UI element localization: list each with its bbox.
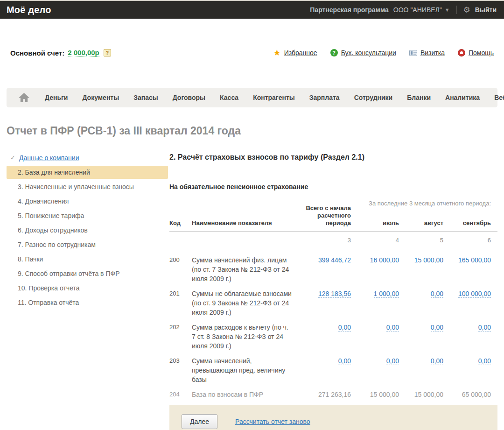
sidebar-step-label: 3. Начисленные и уплаченные взносы	[18, 183, 134, 190]
row-value-cell: 0,00	[299, 356, 351, 366]
sidebar-step[interactable]: 7. Разнос по сотрудникам	[7, 238, 168, 251]
value-link[interactable]: 0,00	[431, 324, 443, 331]
nav-item[interactable]: Аналитика	[445, 94, 480, 101]
quicklink-label[interactable]: Визитка	[420, 49, 445, 56]
column-numbers-row: 3456	[169, 237, 497, 244]
chevron-down-icon: ▼	[445, 7, 450, 13]
value-link[interactable]: 0,00	[338, 324, 351, 331]
nav-item[interactable]: Зарплата	[309, 94, 340, 101]
balance-value-link[interactable]: 2 000,00р	[68, 49, 99, 57]
quicklink-label[interactable]: Бух. консультации	[341, 49, 396, 56]
quicklink-label[interactable]: Помощь	[469, 49, 494, 56]
column-number: 4	[351, 237, 399, 244]
value-link[interactable]: 15 000,00	[414, 256, 443, 264]
nav-item[interactable]: Запасы	[133, 94, 158, 101]
value-link[interactable]: 0,00	[478, 324, 491, 331]
row-name: База по взносам в ПФР	[192, 390, 299, 399]
row-value-cell: 271 263,16	[299, 390, 351, 399]
row-code: 203	[169, 356, 192, 366]
chat-question-icon: ?	[330, 49, 338, 56]
logout-link[interactable]: Выйти	[475, 6, 497, 14]
quicklink-help[interactable]: Помощь	[458, 49, 494, 56]
balance-help-icon[interactable]: ?	[104, 49, 111, 56]
gear-icon[interactable]: ⚙	[463, 6, 470, 14]
sidebar-step-link[interactable]: Данные о компании	[19, 154, 79, 162]
app-logo[interactable]: Моё дело	[7, 5, 51, 15]
sidebar-step[interactable]: 10. Проверка отчета	[7, 282, 168, 295]
value-link[interactable]: 16 000,00	[370, 256, 399, 264]
sidebar-step[interactable]: 8. Пачки	[7, 253, 168, 266]
quick-links: ★Избранное?Бух. консультацииВизиткаПомощ…	[273, 49, 494, 57]
nav-item[interactable]: Сотрудники	[354, 94, 393, 101]
sidebar-step-label: 7. Разнос по сотрудникам	[18, 241, 96, 248]
row-value-cell: 15 000,00	[399, 390, 443, 399]
row-value-cell: 0,00	[399, 289, 443, 298]
sidebar-step[interactable]: 6. Доходы сотрудников	[7, 224, 168, 237]
home-icon[interactable]	[19, 93, 29, 102]
quicklink-business-card[interactable]: Визитка	[409, 49, 445, 56]
page-title: Отчет в ПФР (РСВ-1) за III квартал 2014 …	[7, 125, 497, 137]
nav-item[interactable]: Вебинары	[494, 94, 504, 101]
sidebar-step[interactable]: 9. Способ отправки отчёта в ПФР	[7, 267, 168, 280]
nav-item[interactable]: Бланки	[407, 94, 431, 101]
row-value-cell: 16 000,00	[351, 255, 399, 265]
table-row: 204База по взносам в ПФР271 263,1615 000…	[169, 390, 497, 399]
row-value-cell: 399 446,72	[299, 255, 351, 265]
value-link[interactable]: 0,00	[386, 357, 399, 365]
value-link[interactable]: 128 183,56	[318, 290, 351, 298]
sidebar-step-label: 8. Пачки	[18, 255, 43, 263]
value-link[interactable]: 0,00	[431, 290, 443, 298]
value-text: 65 000,00	[462, 391, 491, 398]
month-header: август	[399, 219, 443, 227]
recalculate-report-link[interactable]: Рассчитать отчет заново	[235, 418, 310, 425]
row-name: Сумма начислений, превышающая пред. вели…	[192, 356, 299, 384]
value-link[interactable]: 0,00	[478, 357, 491, 365]
table-body: 200Сумма начислений физ. лицам (по ст. 7…	[169, 255, 496, 399]
value-link[interactable]: 0,00	[338, 357, 351, 365]
month-header: июль	[351, 219, 399, 227]
row-value-cell: 0,00	[399, 323, 443, 332]
month-headers: июльавгустсентябрь	[351, 219, 491, 227]
business-card-icon	[409, 50, 417, 56]
value-link[interactable]: 165 000,00	[458, 256, 491, 264]
sidebar-step[interactable]: 4. Доначисления	[7, 195, 168, 208]
table-row: 201Суммы не облагаемые взносами (по ст. …	[169, 289, 497, 317]
nav-item[interactable]: Документы	[82, 94, 119, 101]
col-header-code: Код	[169, 219, 192, 227]
nav-item[interactable]: Договоры	[173, 94, 205, 101]
nav-item[interactable]: Контрагенты	[253, 94, 295, 101]
row-value-cell: 100 000,00	[443, 289, 491, 298]
sidebar-step[interactable]: 5. Понижение тарифа	[7, 209, 168, 222]
value-link[interactable]: 1 000,00	[374, 290, 399, 298]
quicklink-favorites[interactable]: ★Избранное	[273, 49, 317, 57]
value-link[interactable]: 0,00	[386, 324, 399, 331]
topbar-right: Партнерская программа ООО "АНИВЕЛ" ▼ ⚙ В…	[310, 6, 497, 14]
quicklink-label[interactable]: Избранное	[284, 49, 317, 56]
value-link[interactable]: 399 446,72	[318, 256, 351, 264]
column-number: 5	[399, 237, 443, 244]
nav-item[interactable]: Деньги	[45, 94, 68, 101]
sidebar-step[interactable]: 3. Начисленные и уплаченные взносы	[7, 180, 168, 193]
check-icon: ✓	[10, 154, 15, 162]
sidebar-step[interactable]: 2. База для начислений	[7, 166, 168, 179]
quicklink-consultations[interactable]: ?Бух. консультации	[330, 49, 396, 56]
sidebar-step[interactable]: ✓Данные о компании	[7, 151, 168, 164]
value-link[interactable]: 100 000,00	[458, 290, 491, 298]
row-value-cell: 0,00	[399, 356, 443, 366]
star-icon: ★	[273, 49, 281, 57]
column-number: 3	[299, 237, 351, 244]
month-header: сентябрь	[443, 219, 491, 227]
sidebar-step-label: 5. Понижение тарифа	[18, 212, 84, 219]
row-value-cell: 0,00	[443, 356, 491, 366]
balance-label: Основной счет:	[10, 49, 64, 57]
value-link[interactable]: 0,00	[431, 357, 443, 365]
company-dropdown[interactable]: ООО "АНИВЕЛ" ▼	[393, 6, 450, 14]
nav-item[interactable]: Касса	[220, 94, 238, 101]
section-title: 2. Расчёт страховых взносов по тарифу (Р…	[169, 153, 496, 162]
next-button[interactable]: Далее	[182, 414, 217, 429]
row-name: Сумма начислений физ. лицам (по ст. 7 За…	[192, 255, 299, 283]
row-value-cell: 0,00	[299, 323, 351, 332]
table-header: Код Наименование показателя Всего с нача…	[169, 200, 497, 232]
sidebar-step[interactable]: 11. Отправка отчёта	[7, 296, 168, 309]
main-panel: 2. Расчёт страховых взносов по тарифу (Р…	[168, 151, 496, 430]
